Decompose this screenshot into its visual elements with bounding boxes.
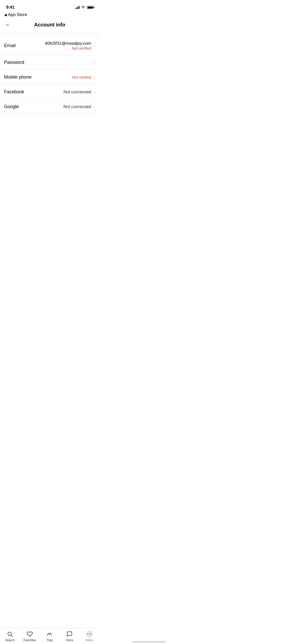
facebook-right: Not connected › [63,90,95,95]
email-value-wrap: 40fc5f31@moodjoy.com Not verified [45,41,91,50]
google-row[interactable]: Google Not connected › [0,99,99,114]
account-info-list: Email 40fc5f31@moodjoy.com Not verified … [0,36,99,114]
email-label: Email [4,43,16,48]
email-value: 40fc5f31@moodjoy.com [45,41,91,46]
password-right: › [93,60,95,65]
mobile-phone-row[interactable]: Mobile phone Not verified › [0,70,99,85]
top-divider [0,34,99,34]
status-bar: 9:41 [0,0,99,11]
email-chevron-icon: › [94,43,95,48]
facebook-not-connected: Not connected [63,90,91,95]
facebook-label: Facebook [4,89,24,95]
status-icons [75,6,93,9]
signal-bars-icon [75,6,80,9]
mobile-phone-right: Not verified › [72,75,95,80]
status-time: 9:41 [6,5,15,10]
facebook-chevron-icon: › [94,90,95,95]
google-not-connected: Not connected [63,104,91,109]
facebook-row[interactable]: Facebook Not connected › [0,85,99,99]
wifi-icon [81,6,85,9]
mobile-phone-label: Mobile phone [4,75,32,80]
google-label: Google [4,104,19,109]
email-row[interactable]: Email 40fc5f31@moodjoy.com Not verified … [0,36,99,55]
google-right: Not connected › [63,104,95,109]
password-label: Password [4,60,24,65]
email-right: 40fc5f31@moodjoy.com Not verified › [45,41,95,50]
mobile-chevron-icon: › [94,75,95,80]
google-chevron-icon: › [94,104,95,109]
back-button[interactable]: ← [4,21,12,29]
password-row[interactable]: Password › [0,55,99,70]
battery-icon [87,6,93,9]
page-title: Account info [34,22,65,28]
app-store-back[interactable]: ◀ App Store [0,11,99,19]
email-not-verified: Not verified [72,46,91,50]
mobile-not-verified: Not verified [72,75,91,79]
app-store-back-label: App Store [8,12,27,17]
password-chevron-icon: › [94,60,95,65]
nav-header: ← Account info [0,19,99,32]
